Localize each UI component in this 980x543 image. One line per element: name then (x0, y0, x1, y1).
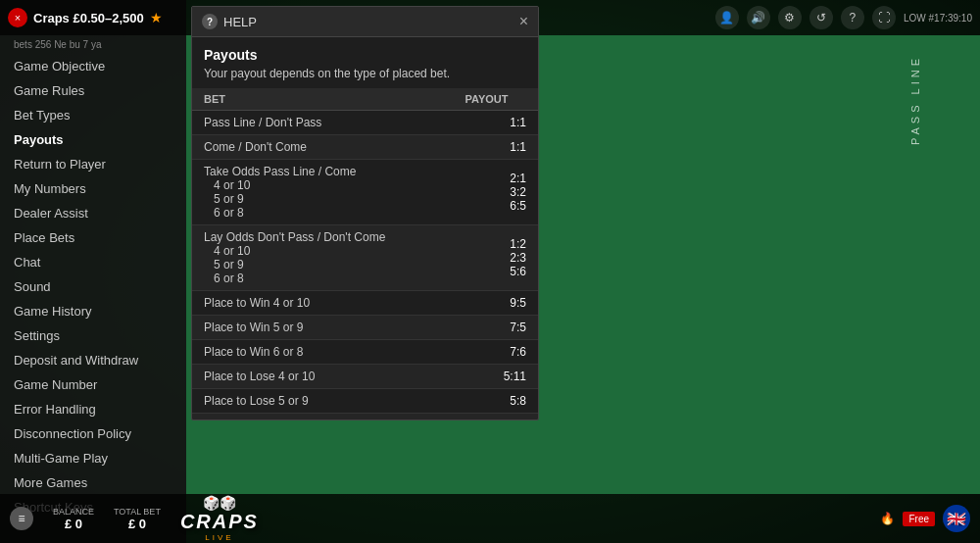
sidebar-item-chat[interactable]: Chat (0, 250, 186, 274)
payout-table: BET PAYOUT Pass Line / Don't Pass1:1Come… (192, 88, 538, 420)
help-modal: ? HELP × Payouts Your payout depends on … (191, 6, 539, 420)
table-header-row: BET PAYOUT (192, 88, 538, 111)
table-row: Place to Lose 6 or 84:5 (192, 414, 538, 420)
help-modal-body: Payouts Your payout depends on the type … (192, 37, 538, 420)
sidebar-item-payouts[interactable]: Payouts (0, 127, 186, 152)
close-button[interactable]: × (8, 8, 27, 27)
bet-column-header: BET (192, 88, 453, 111)
sidebar: bets 256 Ne bu 7 ya Game ObjectiveGame R… (0, 0, 186, 543)
total-bet-value: £ 0 (128, 517, 146, 531)
sidebar-item-bet-types[interactable]: Bet Types (0, 103, 186, 127)
help-icon[interactable]: ? (841, 6, 864, 29)
total-bet-block: TOTAL BET £ 0 (114, 507, 161, 531)
pass-line-label: PASS LINE (909, 55, 921, 145)
sidebar-item-my-numbers[interactable]: My Numbers (0, 176, 186, 201)
table-row: Place to Win 6 or 87:6 (192, 340, 538, 365)
sidebar-item-sound[interactable]: Sound (0, 274, 186, 299)
table-row: Come / Don't Come1:1 (192, 135, 538, 160)
fire-icon[interactable]: 🔥 (880, 512, 895, 525)
sidebar-item-deposit-and-withdraw[interactable]: Deposit and Withdraw (0, 348, 186, 372)
favorite-icon[interactable]: ★ (150, 10, 163, 25)
total-bet-label: TOTAL BET (114, 507, 161, 517)
top-bar-left: × Craps £0.50–2,500 ★ (8, 8, 163, 27)
top-bar-right: 👤 🔊 ⚙ ↺ ? ⛶ LOW #17:39:10 (715, 6, 972, 29)
sidebar-item-error-handling[interactable]: Error Handling (0, 397, 186, 421)
balance-label: BALANCE (53, 507, 94, 517)
balance-block: BALANCE £ 0 (53, 507, 94, 531)
sidebar-item-return-to-player[interactable]: Return to Player (0, 152, 186, 176)
sidebar-item-more-games[interactable]: More Games (0, 470, 186, 495)
sidebar-item-game-number[interactable]: Game Number (0, 372, 186, 397)
sidebar-item-game-objective[interactable]: Game Objective (0, 54, 186, 78)
free-badge: Free (903, 512, 935, 526)
help-modal-title: ? HELP (202, 14, 257, 29)
sidebar-item-dealer-assist[interactable]: Dealer Assist (0, 201, 186, 225)
history-icon[interactable]: ↺ (809, 6, 833, 29)
table-row: Place to Lose 4 or 105:11 (192, 365, 538, 389)
modal-close-button[interactable]: × (519, 13, 528, 30)
table-row: Place to Win 5 or 97:5 (192, 316, 538, 340)
logo-text: CRAPS (180, 511, 259, 533)
sidebar-item-multi-game-play[interactable]: Multi-Game Play (0, 446, 186, 470)
bottom-right-icons: 🔥 Free 🇬🇧 (880, 505, 970, 532)
table-row: Pass Line / Don't Pass1:1 (192, 111, 538, 135)
volume-icon[interactable]: 🔊 (747, 6, 770, 29)
sidebar-item-game-rules[interactable]: Game Rules (0, 78, 186, 103)
help-circle-icon: ? (202, 14, 218, 29)
bottom-menu-button[interactable]: ≡ (10, 507, 33, 530)
settings-icon[interactable]: ⚙ (778, 6, 802, 29)
fullscreen-icon[interactable]: ⛶ (872, 6, 896, 29)
player-count: bets 256 Ne bu 7 ya (0, 35, 186, 54)
balance-value: £ 0 (65, 517, 82, 531)
low-badge: LOW #17:39:10 (904, 13, 972, 24)
sidebar-item-game-history[interactable]: Game History (0, 299, 186, 323)
help-section-title: Payouts (192, 37, 538, 67)
payout-column-header: PAYOUT (453, 88, 538, 111)
table-row: Place to Lose 5 or 95:8 (192, 389, 538, 414)
craps-logo: 🎲🎲 CRAPS LIVE (180, 495, 259, 542)
game-title: Craps £0.50–2,500 (33, 11, 144, 25)
table-row: Place to Win 4 or 109:5 (192, 291, 538, 316)
person-icon[interactable]: 👤 (715, 6, 739, 29)
sidebar-item-disconnection-policy[interactable]: Disconnection Policy (0, 421, 186, 446)
language-flag[interactable]: 🇬🇧 (943, 505, 970, 532)
help-modal-header: ? HELP × (192, 7, 538, 37)
logo-sub: LIVE (205, 533, 233, 542)
table-row: Lay Odds Don't Pass / Don't Come 4 or 10… (192, 225, 538, 291)
help-section-desc: Your payout depends on the type of place… (192, 67, 538, 88)
bottom-bar: ≡ BALANCE £ 0 TOTAL BET £ 0 🎲🎲 CRAPS LIV… (0, 494, 980, 543)
sidebar-item-place-bets[interactable]: Place Bets (0, 225, 186, 250)
table-row: Take Odds Pass Line / Come 4 or 10 5 or … (192, 160, 538, 225)
sidebar-item-settings[interactable]: Settings (0, 323, 186, 348)
